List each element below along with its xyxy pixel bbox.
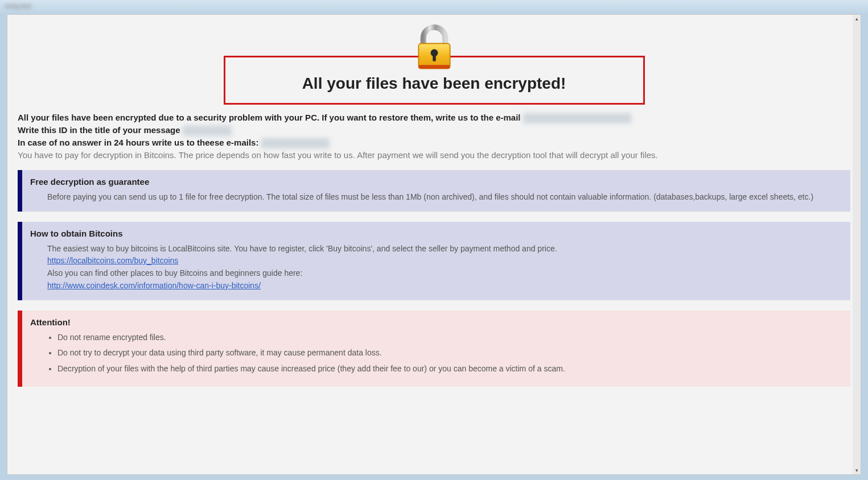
redacted-email-2: xxxxxxxxxx: [261, 138, 330, 148]
list-item: Decryption of your files with the help o…: [57, 363, 842, 375]
panel-guarantee-body: Before paying you can send us up to 1 fi…: [30, 191, 842, 204]
bitcoin-line-2: Also you can find other places to buy Bi…: [47, 267, 842, 280]
bitcoin-link-1[interactable]: https://localbitcoins.com/buy_bitcoins: [47, 256, 178, 265]
svg-rect-3: [433, 54, 436, 61]
bitcoin-link-2[interactable]: http://www.coindesk.com/information/how-…: [47, 281, 261, 290]
intro-line-3: In case of no answer in 24 hours write u…: [18, 138, 258, 147]
svg-rect-1: [418, 65, 450, 68]
intro-block: All your files have been encrypted due t…: [18, 113, 850, 160]
attention-list: Do not rename encrypted files. Do not tr…: [47, 332, 842, 375]
lock-icon: [408, 20, 460, 73]
panel-attention-title: Attention!: [30, 317, 842, 327]
window-titlebar: redacted: [0, 0, 868, 14]
header: All your files have been encrypted!: [18, 20, 850, 105]
ransom-note-panel: ▴ ▾ All your files have been encrypted!: [7, 14, 861, 475]
scrollbar[interactable]: ▴ ▾: [853, 15, 861, 474]
window-title: redacted: [5, 2, 31, 10]
intro-line-1: All your files have been encrypted due t…: [18, 113, 521, 122]
panel-bitcoin-title: How to obtain Bitcoins: [30, 229, 842, 238]
list-item: Do not rename encrypted files.: [57, 332, 842, 344]
intro-line-4: You have to pay for decryption in Bitcoi…: [18, 150, 850, 160]
panel-attention: Attention! Do not rename encrypted files…: [18, 311, 850, 387]
redacted-id: xxxxxxx: [183, 126, 232, 136]
scroll-up-arrow-icon[interactable]: ▴: [853, 15, 861, 23]
panel-guarantee-title: Free decryption as guarantee: [30, 177, 842, 187]
redacted-email: xxxxxxxxxxxxxx: [523, 113, 631, 123]
bitcoin-line-1: The easiest way to buy bitcoins is Local…: [47, 243, 842, 255]
intro-line-2: Write this ID in the title of your messa…: [18, 125, 180, 135]
main-title: All your files have been encrypted!: [225, 75, 643, 93]
panel-bitcoin: How to obtain Bitcoins The easiest way t…: [18, 222, 850, 300]
scroll-down-arrow-icon[interactable]: ▾: [853, 466, 861, 474]
list-item: Do not try to decrypt your data using th…: [57, 347, 842, 359]
panel-guarantee: Free decryption as guarantee Before payi…: [18, 170, 850, 212]
